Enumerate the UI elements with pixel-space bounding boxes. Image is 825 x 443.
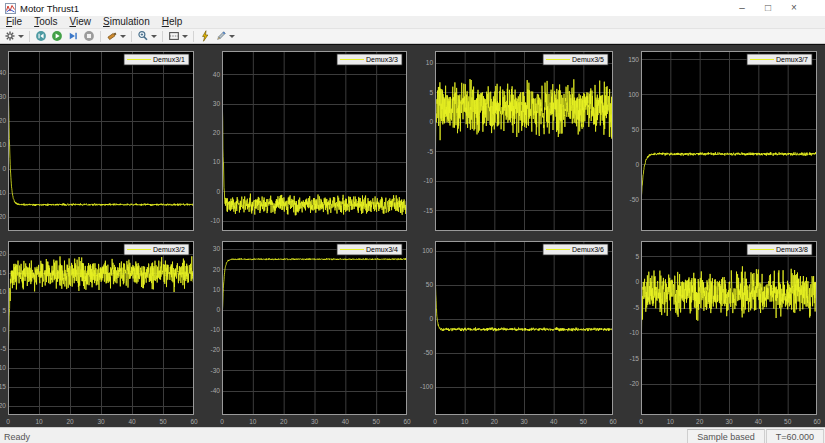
- legend[interactable]: Demux3/7: [747, 54, 812, 65]
- menu-file[interactable]: File: [0, 16, 28, 28]
- svg-text:50: 50: [632, 126, 640, 133]
- svg-text:60: 60: [190, 418, 198, 425]
- minimize-button[interactable]: –: [729, 0, 755, 16]
- legend[interactable]: Demux3/8: [747, 244, 812, 255]
- step-back-button[interactable]: [33, 29, 49, 43]
- x-tick-labels: 0102030405060: [639, 418, 821, 425]
- stop-button[interactable]: [81, 29, 97, 43]
- menu-tools[interactable]: Tools: [28, 16, 63, 28]
- legend-label: Demux3/2: [153, 246, 185, 253]
- menu-help[interactable]: Help: [156, 16, 189, 28]
- maximize-button[interactable]: □: [755, 0, 781, 16]
- span-button[interactable]: [166, 29, 190, 43]
- svg-text:20: 20: [280, 418, 288, 425]
- scope-display-Demux3-2[interactable]: 20151050-5-10-15-200102030405060Demux3/2: [0, 235, 202, 427]
- zoom-icon: [137, 30, 149, 42]
- y-tick-labels: 403020100-10: [211, 71, 221, 224]
- svg-text:40: 40: [0, 69, 6, 76]
- svg-text:0: 0: [429, 315, 433, 322]
- svg-text:60: 60: [813, 418, 821, 425]
- svg-text:10: 10: [426, 59, 434, 66]
- step-forward-button[interactable]: [65, 29, 81, 43]
- window-title: Motor Thrust1: [20, 3, 729, 14]
- scope-plot-1: 403020100-10-20Demux3/1: [0, 45, 202, 235]
- svg-text:-5: -5: [0, 345, 6, 352]
- span-icon: [168, 30, 180, 42]
- scope-display-Demux3-7[interactable]: 150100500-50Demux3/7: [621, 45, 825, 235]
- scope-plot-7: 100500-50-1000102030405060Demux3/6: [415, 235, 621, 427]
- legend[interactable]: Demux3/2: [124, 244, 189, 255]
- svg-text:10: 10: [249, 418, 257, 425]
- toolbar: [0, 29, 825, 44]
- app-icon: [5, 3, 16, 14]
- svg-text:5: 5: [429, 89, 433, 96]
- run-button[interactable]: [49, 29, 65, 43]
- scope-area: 403020100-10-20Demux3/1403020100-10Demux…: [0, 44, 825, 427]
- menubar: FileToolsViewSimulationHelp: [0, 16, 825, 29]
- trigger-icon: [199, 30, 211, 42]
- menu-view[interactable]: View: [63, 16, 97, 28]
- svg-text:0: 0: [2, 165, 6, 172]
- step-forward-icon: [67, 30, 79, 42]
- legend[interactable]: Demux3/1: [124, 54, 189, 65]
- statusbar: Ready Sample based T=60.000: [0, 427, 825, 443]
- y-tick-labels: 403020100-10-20: [0, 69, 6, 220]
- zoom-button[interactable]: [135, 29, 159, 43]
- legend[interactable]: Demux3/5: [543, 54, 608, 65]
- legend-label: Demux3/3: [366, 56, 398, 63]
- svg-text:40: 40: [342, 418, 350, 425]
- scope-plot-4: 150100500-50Demux3/7: [621, 45, 825, 235]
- legend[interactable]: Demux3/3: [337, 54, 402, 65]
- svg-text:20: 20: [0, 117, 6, 124]
- svg-text:0: 0: [433, 418, 437, 425]
- svg-text:5: 5: [635, 253, 639, 260]
- svg-text:-100: -100: [420, 383, 433, 390]
- stop-icon: [83, 30, 95, 42]
- dropdown-caret-icon[interactable]: [229, 35, 235, 38]
- dropdown-caret-icon[interactable]: [18, 35, 24, 38]
- svg-text:-50: -50: [630, 196, 640, 203]
- svg-text:20: 20: [491, 418, 499, 425]
- y-tick-labels: 150100500-50: [628, 56, 639, 203]
- svg-text:20: 20: [66, 418, 74, 425]
- legend[interactable]: Demux3/4: [337, 244, 402, 255]
- svg-text:50: 50: [580, 418, 588, 425]
- y-tick-labels: 100500-50-100: [420, 247, 433, 390]
- svg-text:-50: -50: [424, 349, 434, 356]
- measurements-button[interactable]: [213, 29, 237, 43]
- svg-text:50: 50: [373, 418, 381, 425]
- scope-display-Demux3-5[interactable]: 1050-5-10-15Demux3/5: [415, 45, 621, 235]
- svg-text:-10: -10: [630, 329, 640, 336]
- dropdown-caret-icon[interactable]: [120, 35, 126, 38]
- menu-simulation[interactable]: Simulation: [97, 16, 156, 28]
- scope-display-Demux3-4[interactable]: 3020100-10-20-30-400102030405060Demux3/4: [202, 235, 415, 427]
- svg-text:0: 0: [635, 161, 639, 168]
- signal-style-button[interactable]: [104, 29, 128, 43]
- scope-display-Demux3-6[interactable]: 100500-50-1000102030405060Demux3/6: [415, 235, 621, 427]
- y-tick-labels: 20151050-5-10-15-20: [0, 250, 6, 408]
- dropdown-caret-icon[interactable]: [182, 35, 188, 38]
- toolbar-separator: [29, 31, 30, 42]
- svg-text:0: 0: [216, 188, 220, 195]
- scope-plot-8: 50-5-10-15-200102030405060Demux3/8: [621, 235, 825, 427]
- svg-text:15: 15: [0, 269, 6, 276]
- configuration-gear-button[interactable]: [2, 29, 26, 43]
- scope-display-Demux3-8[interactable]: 50-5-10-15-200102030405060Demux3/8: [621, 235, 825, 427]
- svg-text:-20: -20: [211, 346, 221, 353]
- y-tick-labels: 3020100-10-20-30-40: [211, 245, 221, 394]
- svg-text:50: 50: [426, 281, 434, 288]
- status-sim-time: T=60.000: [766, 429, 824, 443]
- legend[interactable]: Demux3/6: [543, 244, 608, 255]
- svg-text:30: 30: [97, 418, 105, 425]
- svg-text:-20: -20: [0, 402, 6, 409]
- svg-text:0: 0: [635, 278, 639, 285]
- close-button[interactable]: ×: [781, 0, 807, 16]
- scope-display-Demux3-3[interactable]: 403020100-10Demux3/3: [202, 45, 415, 235]
- scope-display-Demux3-1[interactable]: 403020100-10-20Demux3/1: [0, 45, 202, 235]
- svg-text:0: 0: [216, 306, 220, 313]
- trigger-button[interactable]: [197, 29, 213, 43]
- signal-style-icon: [106, 30, 118, 42]
- x-tick-labels: 0102030405060: [6, 418, 198, 425]
- dropdown-caret-icon[interactable]: [151, 35, 157, 38]
- y-tick-labels: 1050-5-10-15: [424, 59, 434, 214]
